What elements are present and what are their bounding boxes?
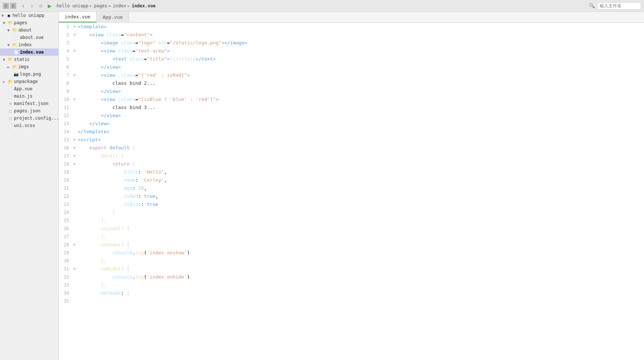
sidebar-label-about: about xyxy=(18,28,32,33)
code-content: <view :class="{'red' : isRed}"> xyxy=(77,71,644,79)
code-content: data() { xyxy=(77,152,644,160)
window-btn-2[interactable]: □ xyxy=(10,3,16,9)
file-icon-logo-png: 📷 xyxy=(13,71,19,77)
code-content: }, xyxy=(77,257,644,265)
file-icon-index-vue: 📄 xyxy=(13,49,19,55)
line-num: 17 xyxy=(59,152,72,160)
fold-icon[interactable]: ▼ xyxy=(72,144,77,152)
sidebar-item-manifest-json[interactable]: ⚙ manifest.json xyxy=(0,100,58,107)
fold-icon[interactable]: ▼ xyxy=(72,136,77,144)
code-line: 27 }, xyxy=(59,233,644,241)
line-num: 12 xyxy=(59,112,72,120)
sidebar-label-uni-scss: uni.scss xyxy=(14,123,35,128)
sidebar-item-pages-json[interactable]: □ pages.json xyxy=(0,107,58,114)
sidebar-label-pages: pages xyxy=(14,20,27,25)
back-button[interactable]: ‹ xyxy=(19,2,27,10)
line-num: 25 xyxy=(59,217,72,225)
code-line: 26 onLoad() { xyxy=(59,225,644,233)
line-num: 4 xyxy=(59,47,72,55)
sidebar-label-app-vue: App.vue xyxy=(14,86,33,91)
sidebar-label-imgs: imgs xyxy=(18,64,29,69)
search-bar[interactable]: 🔍 xyxy=(588,2,641,10)
code-content: <script> xyxy=(77,136,644,144)
search-file-input[interactable] xyxy=(597,2,641,10)
line-num: 27 xyxy=(59,233,72,241)
sidebar-item-about[interactable]: ▼ 📁 about xyxy=(0,26,58,34)
file-icon-app-vue: 📄 xyxy=(7,86,13,92)
run-button[interactable]: ▶ xyxy=(46,2,54,10)
file-icon-project-config: □ xyxy=(7,115,13,121)
code-content: title: 'Hello', xyxy=(77,168,644,176)
title-bar: □ □ ‹ › ☆ ▶ hello uniapp ► pages ► index… xyxy=(0,0,644,12)
code-content: <view :class="[isBlue ? 'blue' : 'red']"… xyxy=(77,95,644,103)
code-editor[interactable]: 1 ▼ <template> 2 ▼ <view class="content"… xyxy=(59,23,644,360)
code-content: </template> xyxy=(77,128,644,136)
fold-icon[interactable]: ▼ xyxy=(72,31,77,39)
sidebar-item-about-vue[interactable]: 📄 about.vue xyxy=(0,34,58,41)
breadcrumb: hello uniapp ► pages ► index ► index.vue xyxy=(57,3,585,8)
sidebar-item-uni-scss[interactable]: 📄 uni.scss xyxy=(0,122,58,129)
sidebar-label-main-js: main.js xyxy=(14,94,33,99)
main-layout: ▼ ▣ hello uniapp ▼ 📁 pages ▼ 📁 about 📄 a… xyxy=(0,12,644,360)
fold-icon[interactable]: ▼ xyxy=(72,47,77,55)
sidebar-item-index[interactable]: ▼ 📁 index xyxy=(0,41,58,48)
fold-icon[interactable]: ▼ xyxy=(72,152,77,160)
nav-controls[interactable]: ‹ › ☆ ▶ xyxy=(19,2,54,10)
line-num: 9 xyxy=(59,87,72,95)
fold-icon[interactable]: ▼ xyxy=(72,160,77,168)
line-num: 33 xyxy=(59,281,72,289)
sidebar-item-static[interactable]: ▼ 📁 static xyxy=(0,56,58,63)
sidebar-item-app-vue[interactable]: 📄 App.vue xyxy=(0,85,58,92)
code-line: 30 }, xyxy=(59,257,644,265)
sidebar-root[interactable]: ▼ ▣ hello uniapp xyxy=(0,12,58,19)
sidebar-item-unpackage[interactable]: ► 📁 unpackage xyxy=(0,78,58,85)
sidebar-label-manifest-json: manifest.json xyxy=(14,101,48,106)
window-controls[interactable]: □ □ xyxy=(3,3,16,9)
code-line: 5 <text class="title">{{title}}</text> xyxy=(59,55,644,63)
sidebar-item-pages[interactable]: ▼ 📁 pages xyxy=(0,19,58,26)
chevron-down-icon-index: ▼ xyxy=(7,43,12,47)
breadcrumb-sep-1: ► xyxy=(90,3,93,8)
line-num: 23 xyxy=(59,200,72,208)
line-num: 8 xyxy=(59,79,72,87)
code-line: 23 isBlue: true xyxy=(59,200,644,208)
code-content: }, xyxy=(77,217,644,225)
chevron-right-icon-imgs: ► xyxy=(7,65,12,69)
tab-index-vue[interactable]: index.vue xyxy=(59,12,97,22)
chevron-down-icon-pages: ▼ xyxy=(3,21,7,25)
line-num: 24 xyxy=(59,208,72,217)
sidebar-item-imgs[interactable]: ► 📁 imgs xyxy=(0,63,58,70)
sidebar-label-pages-json: pages.json xyxy=(14,108,40,113)
fold-icon[interactable]: ▼ xyxy=(72,95,77,103)
search-icon[interactable]: 🔍 xyxy=(588,2,596,10)
tabs-bar[interactable]: index.vue App.vue xyxy=(59,12,644,23)
sidebar-label-project-config: project.config... xyxy=(14,116,59,121)
fold-icon[interactable]: ▼ xyxy=(72,23,77,31)
code-content: </view> xyxy=(77,120,644,128)
code-line: 4 ▼ <view class="text-area"> xyxy=(59,47,644,55)
sidebar-item-index-vue[interactable]: 📄 index.vue xyxy=(0,48,58,56)
code-line: 18 ▼ return { xyxy=(59,160,644,168)
fold-icon[interactable]: ▼ xyxy=(72,71,77,79)
code-line: 8 class bind 2... xyxy=(59,79,644,87)
folder-icon-index: 📁 xyxy=(12,42,18,48)
line-num: 16 xyxy=(59,144,72,152)
fold-icon[interactable]: ▼ xyxy=(72,265,77,273)
code-line: 24 } xyxy=(59,208,644,217)
window-btn-1[interactable]: □ xyxy=(3,3,9,9)
star-button[interactable]: ☆ xyxy=(37,2,45,10)
file-icon-uni-scss: 📄 xyxy=(7,123,13,128)
line-num: 21 xyxy=(59,184,72,192)
sidebar-item-main-js[interactable]: 📄 main.js xyxy=(0,92,58,100)
fold-icon[interactable]: ▼ xyxy=(72,241,77,249)
code-line: 22 isRed: true, xyxy=(59,192,644,200)
sidebar-label-static: static xyxy=(14,57,30,62)
code-line: 34 methods: { xyxy=(59,289,644,297)
code-content: </view> xyxy=(77,87,644,95)
sidebar-item-logo-png[interactable]: 📷 logo.png xyxy=(0,70,58,78)
sidebar: ▼ ▣ hello uniapp ▼ 📁 pages ▼ 📁 about 📄 a… xyxy=(0,12,59,360)
line-num: 34 xyxy=(59,289,72,297)
tab-app-vue[interactable]: App.vue xyxy=(97,12,129,22)
forward-button[interactable]: › xyxy=(28,2,36,10)
sidebar-item-project-config[interactable]: □ project.config... xyxy=(0,114,58,122)
